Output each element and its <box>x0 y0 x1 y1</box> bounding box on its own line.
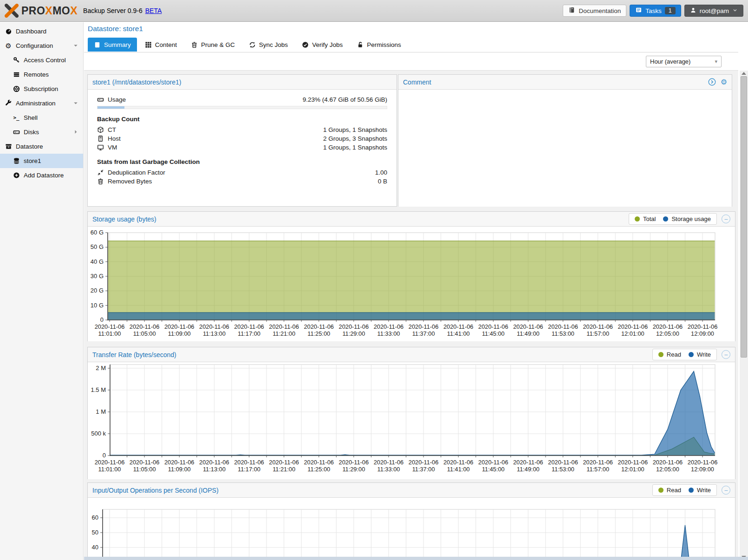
tab-label: Sync Jobs <box>259 41 288 48</box>
collapse-minus-icon[interactable]: − <box>722 486 730 495</box>
iops-panel: Input/Output Operations per Second (IOPS… <box>87 482 735 560</box>
sidebar-item-configuration[interactable]: ⚙Configuration <box>0 39 83 53</box>
sidebar-item-shell[interactable]: >_Shell <box>0 111 83 125</box>
chevron-right-icon <box>73 129 78 135</box>
row-label: Removed Bytes <box>108 178 152 185</box>
comment-panel: Comment ⚙ <box>398 74 732 207</box>
proxmox-x-icon <box>5 4 19 18</box>
sidebar-item-label: Add Datastore <box>24 172 64 179</box>
legend-item-write[interactable]: Write <box>689 351 711 358</box>
pluscircle-icon <box>13 172 20 179</box>
legend-item-storage-usage[interactable]: Storage usage <box>663 215 711 222</box>
gc-stats-rows: Deduplication Factor1.00Removed Bytes0 B <box>97 168 387 186</box>
user-icon <box>690 7 696 15</box>
storage-usage-header: Storage usage (bytes) Total Storage usag… <box>88 212 735 227</box>
x-axis-tick-label: 2020-11-0612:09:00 <box>681 323 724 337</box>
tab-summary[interactable]: Summary <box>88 38 137 52</box>
summary-toolbar: Hour (average) ▾ <box>84 52 738 71</box>
page-title: Datastore: store1 <box>88 25 143 33</box>
app-header: PROXMOX Backup Server 0.9-6 BETA Documen… <box>0 0 748 22</box>
beta-link[interactable]: BETA <box>145 7 162 14</box>
gears-icon: ⚙ <box>5 42 12 50</box>
sidebar-item-datastore[interactable]: Datastore <box>0 139 83 154</box>
documentation-button[interactable]: Documentation <box>563 5 626 17</box>
tab-label: Prune & GC <box>201 41 235 48</box>
y-axis-tick-label: 50 <box>88 528 98 537</box>
scroll-up-arrow[interactable] <box>741 72 746 75</box>
row-label: CT <box>108 126 116 133</box>
legend-item-read[interactable]: Read <box>658 487 681 494</box>
transfer-rate-legend: Read Write <box>652 349 717 360</box>
sidebar-item-add-datastore[interactable]: Add Datastore <box>0 168 83 182</box>
sidebar-item-label: Shell <box>24 114 38 121</box>
tab-prune-gc[interactable]: Prune & GC <box>185 38 241 52</box>
sidebar-item-administration[interactable]: Administration <box>0 96 83 111</box>
storage-usage-legend: Total Storage usage <box>629 213 717 225</box>
legend-item-total[interactable]: Total <box>635 215 656 222</box>
check-icon <box>302 41 309 48</box>
vm-icon <box>97 144 104 151</box>
y-axis-tick-label: 20 G <box>88 287 104 295</box>
collapse-minus-icon[interactable]: − <box>722 215 730 223</box>
legend-item-write[interactable]: Write <box>689 487 711 494</box>
gear-icon[interactable]: ⚙ <box>721 78 727 86</box>
x-axis-tick-label: 2020-11-0612:09:00 <box>681 459 724 473</box>
granularity-select[interactable]: Hour (average) ▾ <box>646 56 722 67</box>
user-menu-button[interactable]: root@pam <box>684 5 743 17</box>
chevron-down-icon <box>732 7 738 14</box>
sidebar-item-store1[interactable]: store1 <box>0 154 83 168</box>
usage-row: Usage 9.23% (4.67 GiB of 50.56 GiB) <box>97 96 387 103</box>
storage-usage-panel: Storage usage (bytes) Total Storage usag… <box>87 211 735 341</box>
storage-usage-chart: 010 G20 G30 G40 G50 G60 G2020-11-0611:01… <box>88 227 735 341</box>
storage-usage-series-total <box>108 241 715 320</box>
expand-chevron-circle-icon[interactable] <box>708 78 716 86</box>
row-label: Deduplication Factor <box>108 169 165 176</box>
transfer-rate-header: Transfer Rate (bytes/second) Read Write … <box>88 347 735 362</box>
row-value: 1 Groups, 1 Snapshots <box>323 144 387 151</box>
collapse-minus-icon[interactable]: − <box>722 350 730 359</box>
iops-legend: Read Write <box>652 484 717 496</box>
sidebar-item-label: store1 <box>24 157 41 164</box>
transfer-rate-panel: Transfer Rate (bytes/second) Read Write … <box>87 347 735 479</box>
sidebar-item-label: Disks <box>24 129 39 136</box>
backup-row-ct: CT1 Groups, 1 Snapshots <box>97 125 387 134</box>
read-legend-dot <box>658 352 663 357</box>
wrench-icon <box>5 100 12 107</box>
gauge-icon <box>5 28 12 35</box>
lock-icon <box>357 41 364 48</box>
tab-sync-jobs[interactable]: Sync Jobs <box>243 38 294 52</box>
transfer-rate-chart: 0500 k1 M1.5 M2 M2020-11-0611:01:002020-… <box>88 362 735 479</box>
total-legend-dot <box>635 216 640 221</box>
backup-count-rows: CT1 Groups, 1 SnapshotsHost2 Groups, 3 S… <box>97 125 387 152</box>
sidebar-item-label: Configuration <box>16 42 53 49</box>
tab-label: Content <box>155 41 177 48</box>
sidebar-item-remotes[interactable]: Remotes <box>0 67 83 82</box>
y-axis-tick-label: 50 G <box>88 243 104 251</box>
transfer-rate-title: Transfer Rate (bytes/second) <box>92 351 176 358</box>
legend-item-read[interactable]: Read <box>658 351 681 358</box>
task-list-icon <box>635 7 642 15</box>
content: Datastore: store1 SummaryContentPrune & … <box>84 22 738 560</box>
tab-verify-jobs[interactable]: Verify Jobs <box>296 38 349 52</box>
store1-summary-panel: store1 (/mnt/datastores/store1) Usage 9.… <box>87 74 397 207</box>
y-axis-tick-label: 1 M <box>88 408 106 416</box>
usage-progress-fill <box>98 106 124 109</box>
trash-icon <box>97 178 104 185</box>
y-axis-tick-label: 60 G <box>88 228 104 237</box>
bottom-edge <box>84 557 748 560</box>
tab-permissions[interactable]: Permissions <box>351 38 407 52</box>
tab-label: Permissions <box>367 41 401 48</box>
sidebar-item-disks[interactable]: Disks <box>0 125 83 139</box>
tab-content[interactable]: Content <box>139 38 183 52</box>
trash-icon <box>191 41 198 48</box>
sidebar-item-dashboard[interactable]: Dashboard <box>0 24 83 39</box>
sidebar-item-label: Administration <box>16 100 56 107</box>
sidebar-item-access-control[interactable]: Access Control <box>0 53 83 67</box>
write-legend-dot <box>689 488 694 493</box>
scrollbar-thumb[interactable] <box>741 76 747 358</box>
chevron-down-icon <box>73 100 78 106</box>
usage-progress-bar <box>97 106 387 109</box>
backup-row-vm: VM1 Groups, 1 Snapshots <box>97 143 387 152</box>
sidebar-item-subscription[interactable]: Subscription <box>0 82 83 96</box>
tasks-button[interactable]: Tasks 1 <box>630 5 681 17</box>
